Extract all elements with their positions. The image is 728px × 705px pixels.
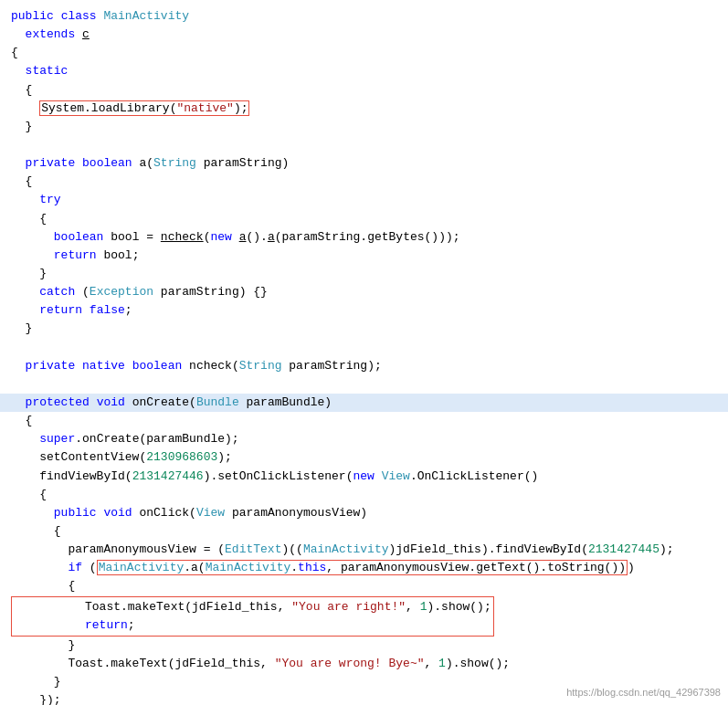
line-25: setContentView(2130968603); — [0, 448, 728, 467]
line-36: Toast.makeText(jdField_this, "You are wr… — [0, 655, 728, 673]
line-18-content: } — [0, 320, 728, 338]
line-15: } — [0, 265, 728, 283]
line-9-content: private boolean a(String paramString) — [0, 154, 728, 173]
line-6: System.loadLibrary("native"); — [0, 100, 728, 118]
line-14: return bool; — [0, 247, 728, 265]
line-5-content: { — [0, 81, 728, 100]
line-26: findViewById(2131427446).setOnClickListe… — [0, 468, 728, 486]
line-24-content: super.onCreate(paramBundle); — [0, 430, 728, 448]
redbox-if-condition: MainActivity.a(MainActivity.this, paramA… — [97, 560, 628, 575]
line-36-content: Toast.makeText(jdField_this, "You are wr… — [0, 655, 728, 673]
line-22: protected void onCreate(Bundle paramBund… — [0, 394, 728, 412]
line-18: } — [0, 320, 728, 338]
line-20-content: private native boolean ncheck(String par… — [0, 357, 728, 375]
line-5: { — [0, 81, 728, 100]
line-31: if (MainActivity.a(MainActivity.this, pa… — [0, 559, 728, 577]
line-22-content: protected void onCreate(Bundle paramBund… — [0, 394, 728, 412]
line-2-content: extends c — [0, 26, 728, 44]
line-32: { — [0, 577, 728, 595]
line-32-content: { — [0, 577, 728, 595]
line-29: { — [0, 522, 728, 541]
line-12: { — [0, 210, 728, 228]
line-17-content: return false; — [0, 301, 728, 320]
line-11-content: try — [0, 191, 728, 209]
line-31-content: if (MainActivity.a(MainActivity.this, pa… — [0, 559, 728, 577]
line-blank-3 — [0, 375, 728, 394]
line-15-content: } — [0, 265, 728, 283]
line-23: { — [0, 412, 728, 430]
line-1: public class MainActivity — [0, 7, 728, 26]
line-7: } — [0, 118, 728, 136]
line-33-34-wrapper: Toast.makeText(jdField_this, "You are ri… — [0, 596, 728, 637]
line-9: private boolean a(String paramString) — [0, 154, 728, 173]
line-20: private native boolean ncheck(String par… — [0, 357, 728, 375]
redbox-loadlibrary: System.loadLibrary("native"); — [39, 100, 249, 116]
line-10: { — [0, 173, 728, 191]
line-2: extends c — [0, 26, 728, 44]
line-27: { — [0, 486, 728, 504]
line-14-content: return bool; — [0, 247, 728, 265]
line-35: } — [0, 637, 728, 655]
line-30-content: paramAnonymousView = (EditText)((MainAct… — [0, 541, 728, 559]
line-6-content: System.loadLibrary("native"); — [0, 100, 728, 118]
line-23-content: { — [0, 412, 728, 430]
line-25-content: setContentView(2130968603); — [0, 448, 728, 467]
line-7-content: } — [0, 118, 728, 136]
line-27-content: { — [0, 486, 728, 504]
line-4: static — [0, 62, 728, 80]
line-3: { — [0, 44, 728, 62]
line-12-content: { — [0, 210, 728, 228]
line-16: catch (Exception paramString) {} — [0, 283, 728, 301]
line-blank-2 — [0, 339, 728, 357]
line-blank-1 — [0, 136, 728, 154]
line-4-content: static — [0, 62, 728, 80]
watermark: https://blog.csdn.net/qq_42967398 — [566, 687, 721, 698]
line-28-content: public void onClick(View paramAnonymousV… — [0, 504, 728, 522]
line-1-content: public class MainActivity — [0, 7, 728, 26]
line-28: public void onClick(View paramAnonymousV… — [0, 504, 728, 522]
line-24: super.onCreate(paramBundle); — [0, 430, 728, 448]
line-17: return false; — [0, 301, 728, 320]
line-3-content: { — [0, 44, 728, 62]
line-35-content: } — [0, 637, 728, 655]
code-container: public class MainActivity extends c { st… — [0, 0, 728, 705]
line-29-content: { — [0, 522, 728, 541]
line-26-content: findViewById(2131427446).setOnClickListe… — [0, 468, 728, 486]
line-30: paramAnonymousView = (EditText)((MainAct… — [0, 541, 728, 559]
line-10-content: { — [0, 173, 728, 191]
line-13-content: boolean bool = ncheck(new a().a(paramStr… — [0, 228, 728, 247]
line-33-34-content: Toast.makeText(jdField_this, "You are ri… — [0, 596, 728, 637]
line-16-content: catch (Exception paramString) {} — [0, 283, 728, 301]
line-11: try — [0, 191, 728, 209]
line-13: boolean bool = ncheck(new a().a(paramStr… — [0, 228, 728, 247]
